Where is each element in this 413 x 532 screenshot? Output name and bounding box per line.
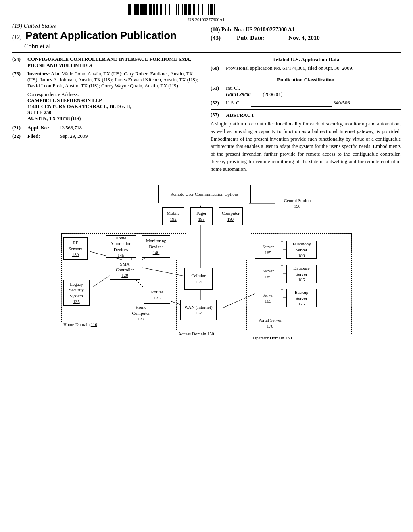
right-column: Related U.S. Application Data (60) Provi… — [211, 56, 401, 173]
svg-rect-46 — [189, 4, 190, 15]
computer-box: Computer 197 — [219, 207, 243, 225]
abstract-label: ABSTRACT — [226, 112, 401, 118]
svg-rect-4 — [133, 4, 133, 15]
svg-rect-0 — [128, 4, 129, 15]
svg-rect-17 — [150, 4, 152, 15]
svg-rect-47 — [190, 4, 191, 15]
provisional-num: (60) — [211, 65, 226, 71]
title-section: (54) CONFIGURABLE CONTROLLER AND INTERFA… — [12, 56, 202, 69]
cellular-box: Cellular 154 — [184, 268, 213, 290]
corr-label: Correspondence Address: — [27, 91, 202, 98]
pub-date-num: (43) — [211, 35, 221, 42]
corr-firm: CAMPBELL STEPHENSON LLP — [27, 98, 202, 104]
svg-rect-34 — [173, 4, 173, 15]
svg-rect-37 — [177, 4, 177, 15]
backup-server-box: Backup Server 175 — [286, 289, 317, 307]
us-cl-section: (52) U.S. Cl. ..........................… — [211, 100, 401, 107]
country-num: (19) — [12, 23, 22, 29]
diagram-section: Home Domain 110 Access Domain 150 Operat… — [12, 181, 401, 350]
pub-no-label: Pub. No.: — [221, 27, 244, 33]
svg-rect-18 — [152, 4, 152, 15]
telephony-box: Telephony Server 180 — [286, 241, 317, 259]
filed-val: Sep. 29, 2009 — [60, 133, 88, 139]
pub-date-label: Pub. Date: — [237, 35, 264, 42]
country-line: (19) United States — [12, 23, 202, 29]
svg-rect-45 — [188, 4, 189, 15]
svg-rect-3 — [132, 4, 132, 15]
svg-rect-40 — [181, 4, 181, 15]
svg-rect-48 — [192, 4, 192, 15]
svg-rect-32 — [171, 4, 171, 15]
corr-addr1: 11401 CENTURY OAKS TERRACE, BLDG. H, — [27, 104, 202, 110]
inventors-section: (76) Inventors: Alan Wade Cohn, Austin, … — [12, 71, 202, 89]
title-content: CONFIGURABLE CONTROLLER AND INTERFACE FO… — [27, 56, 202, 69]
portal-server-box: Portal Server 170 — [255, 314, 285, 332]
corr-addr2: SUITE 250 — [27, 110, 202, 116]
svg-rect-60 — [208, 4, 209, 15]
svg-rect-54 — [200, 4, 200, 15]
filed-label: Filed: — [27, 133, 40, 139]
access-domain-label: Access Domain 150 — [178, 331, 214, 336]
operator-domain-label: Operator Domain 160 — [253, 335, 292, 340]
svg-rect-13 — [145, 4, 146, 15]
barcode-image — [126, 4, 287, 15]
title-text: CONFIGURABLE CONTROLLER AND INTERFACE FO… — [27, 56, 191, 68]
provisional-section: (60) Provisional application No. 61/174,… — [211, 65, 401, 71]
home-domain-label: Home Domain 110 — [63, 322, 97, 327]
int-cl-section: (51) Int. Cl. G08B 29/00 (2006.01) — [211, 85, 401, 98]
inventors-label: Inventors: — [27, 71, 50, 77]
svg-rect-41 — [182, 4, 183, 15]
svg-rect-57 — [204, 4, 204, 15]
patent-header: (19) United States (12) Patent Applicati… — [12, 23, 401, 53]
svg-rect-42 — [184, 4, 185, 15]
abstract-num: (57) — [211, 112, 226, 118]
svg-rect-38 — [178, 4, 179, 15]
svg-rect-35 — [175, 4, 175, 15]
abstract-text: A single platform for controller functio… — [211, 120, 401, 173]
wan-box: WAN (Internet) 152 — [180, 300, 217, 320]
svg-rect-55 — [201, 4, 201, 15]
svg-rect-52 — [197, 4, 197, 15]
svg-rect-63 — [211, 4, 213, 15]
svg-rect-62 — [210, 4, 211, 15]
int-cl-class: G08B 29/00 — [226, 91, 250, 98]
svg-rect-9 — [140, 4, 141, 15]
filed-num: (22) — [12, 133, 27, 139]
router-box: Router 125 — [144, 286, 170, 304]
int-cl-header: Int. Cl. — [226, 85, 401, 91]
pub-no-val: US 2010/0277300 A1 — [246, 27, 295, 33]
pub-number-header: US 20100277300A1 — [0, 17, 413, 22]
svg-rect-20 — [154, 4, 155, 15]
svg-rect-39 — [180, 4, 180, 15]
svg-rect-24 — [160, 4, 161, 15]
svg-rect-56 — [202, 4, 203, 15]
country-name: United States — [23, 23, 56, 29]
patent-body: (19) United States (12) Patent Applicati… — [0, 23, 413, 350]
svg-rect-50 — [194, 4, 195, 15]
mobile-box: Mobile 192 — [162, 207, 184, 225]
svg-rect-23 — [159, 4, 159, 15]
diagram-container: Home Domain 110 Access Domain 150 Operat… — [57, 181, 356, 350]
svg-rect-12 — [144, 4, 145, 15]
svg-rect-8 — [138, 4, 139, 15]
svg-rect-11 — [142, 4, 144, 15]
database-server-box: Database Server 185 — [286, 265, 317, 283]
header-right: (10) Pub. No.: US 2010/0277300 A1 (43) P… — [202, 23, 401, 42]
monitoring-box: Monitoring Devices 140 — [142, 235, 170, 258]
correspondence-section: Correspondence Address: CAMPBELL STEPHEN… — [27, 91, 202, 122]
appl-label: Appl. No.: — [27, 125, 50, 131]
doc-type-num: (12) — [12, 34, 21, 41]
barcode-section: US 20100277300A1 — [0, 0, 413, 23]
home-auto-box: Home Automation Devices 145 — [106, 235, 136, 258]
svg-rect-49 — [193, 4, 194, 15]
svg-rect-36 — [176, 4, 177, 15]
divider-1 — [211, 74, 401, 74]
pub-date-line: (43) Pub. Date: Nov. 4, 2010 — [211, 35, 401, 42]
left-column: (54) CONFIGURABLE CONTROLLER AND INTERFA… — [12, 56, 202, 173]
svg-rect-28 — [165, 4, 166, 15]
svg-rect-31 — [169, 4, 170, 15]
svg-rect-16 — [149, 4, 150, 15]
server2-box: Server 165 — [255, 265, 281, 283]
related-title: Related U.S. Application Data — [211, 56, 401, 63]
svg-rect-10 — [141, 4, 142, 15]
